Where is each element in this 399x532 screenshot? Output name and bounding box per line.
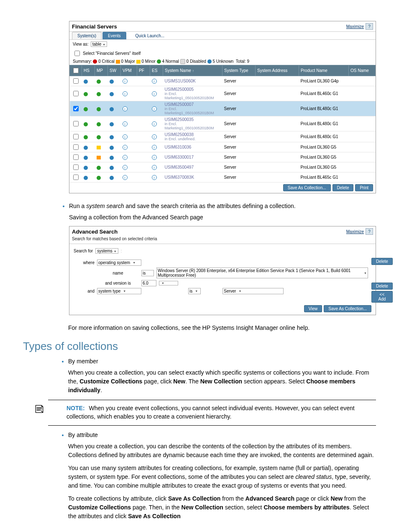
row-checkbox[interactable] bbox=[73, 91, 79, 96]
os-name bbox=[349, 142, 376, 152]
adv-save-button[interactable]: Save As Collection... bbox=[324, 305, 371, 312]
table-row[interactable]: iiUSIM62500005in Encl. Marketing1_050100… bbox=[70, 86, 376, 101]
row-checkbox[interactable] bbox=[73, 164, 79, 170]
by-attr-label: By attribute bbox=[68, 432, 98, 438]
system-name[interactable]: USIM6370083K bbox=[165, 175, 194, 180]
col-mp[interactable]: MP bbox=[95, 65, 108, 76]
table-row[interactable]: iiUSIM63500497ServerProLiant DL360 G5 bbox=[70, 162, 376, 172]
system-name[interactable]: USIM63300017 bbox=[165, 155, 194, 159]
product-name: ProLiant DL360 G5 bbox=[299, 162, 349, 172]
delete-button[interactable]: Delete bbox=[332, 184, 354, 191]
adv-delete-button[interactable]: Delete bbox=[371, 258, 393, 265]
normal-icon bbox=[84, 107, 88, 111]
normal-icon bbox=[84, 92, 88, 96]
system-name[interactable]: USIM62500038 bbox=[165, 132, 194, 137]
help-button[interactable]: ? bbox=[366, 23, 373, 30]
product-name: ProLiant BL480c G1 bbox=[299, 131, 349, 142]
col-es[interactable]: ES bbox=[150, 65, 163, 76]
row-checkbox[interactable] bbox=[73, 154, 79, 160]
search-for-select[interactable]: systems bbox=[95, 248, 118, 254]
t: from the bbox=[220, 495, 245, 502]
row-checkbox[interactable] bbox=[73, 78, 79, 84]
col-system-address[interactable]: System Address bbox=[256, 65, 299, 76]
total-count: Total: 9 bbox=[236, 59, 249, 64]
adv-view-button[interactable]: View bbox=[304, 305, 322, 312]
table-row[interactable]: iiUSIM62500035in Encl. Marketing1_050100… bbox=[70, 116, 376, 131]
system-type: Server bbox=[223, 76, 256, 86]
critical-count: 0 Critical bbox=[98, 59, 115, 64]
value-select-os[interactable]: Windows Server (R) 2008 Enterprise, x64 … bbox=[156, 267, 368, 278]
op-select-is[interactable]: is bbox=[141, 270, 154, 276]
col-vpm[interactable]: VPM bbox=[121, 65, 137, 76]
row-checkbox[interactable] bbox=[73, 144, 79, 150]
value-select-server[interactable]: Server bbox=[223, 288, 284, 294]
unknown-icon bbox=[110, 176, 114, 180]
name-label: name bbox=[97, 271, 139, 275]
minor-icon bbox=[136, 60, 141, 64]
row-checkbox[interactable] bbox=[73, 121, 79, 126]
t: Customize Collections bbox=[68, 504, 131, 511]
view-as-select[interactable]: table bbox=[91, 41, 107, 47]
t: page or click bbox=[294, 495, 330, 502]
note-body: When you create event collections, you c… bbox=[66, 405, 355, 420]
version-input[interactable] bbox=[141, 280, 156, 286]
col-hs[interactable]: HS bbox=[82, 65, 95, 76]
col-os-name[interactable]: OS Name bbox=[349, 65, 376, 76]
t: section appears. Select bbox=[242, 378, 306, 385]
t: Save As Collection bbox=[168, 495, 221, 502]
info-icon: i bbox=[123, 175, 128, 180]
normal-icon bbox=[157, 59, 161, 64]
version-op-select[interactable] bbox=[159, 281, 178, 285]
table-row[interactable]: iiUSIM6310036ServerProLiant DL360 G5 bbox=[70, 142, 376, 152]
major-icon bbox=[97, 156, 101, 159]
table-row[interactable]: iiUSIM6370083KServerProLiant BL465c G1 bbox=[70, 172, 376, 182]
unknown-icon bbox=[110, 107, 114, 111]
quick-launch-link[interactable]: Quick Launch... bbox=[127, 33, 164, 38]
select-itself-checkbox[interactable] bbox=[74, 51, 80, 56]
system-name[interactable]: USIM62500005 bbox=[165, 87, 194, 92]
tab-events[interactable]: Events bbox=[102, 32, 126, 39]
table-row[interactable]: iiUSIM62500038in Encl. undefined.ServerP… bbox=[70, 131, 376, 142]
table-row[interactable]: iiUSIM62500007in Encl. Marketing1_050100… bbox=[70, 101, 376, 116]
info-icon: i bbox=[123, 91, 128, 96]
row-checkbox[interactable] bbox=[73, 134, 79, 139]
adv-add-button[interactable]: << Add bbox=[371, 291, 393, 303]
adv-maximize-link[interactable]: Maximize bbox=[346, 229, 364, 234]
info-icon: i bbox=[123, 155, 128, 160]
col-system-name[interactable]: System Name↑ bbox=[163, 65, 223, 76]
save-as-collection-button[interactable]: Save As Collection... bbox=[283, 184, 331, 191]
table-row[interactable]: iiUSIMS1US060KServerProLiant DL360 G4p bbox=[70, 76, 376, 86]
op-select-is-2[interactable]: is bbox=[188, 288, 201, 294]
system-name[interactable]: USIMS1US060K bbox=[165, 79, 196, 83]
field-select-os[interactable]: operating system bbox=[97, 260, 141, 266]
t: Customize Collections bbox=[79, 378, 142, 385]
maximize-link[interactable]: Maximize bbox=[346, 24, 364, 29]
col-pf[interactable]: PF bbox=[137, 65, 150, 76]
col-sw[interactable]: SW bbox=[108, 65, 121, 76]
system-name[interactable]: USIM62500007 bbox=[165, 102, 194, 107]
select-all-checkbox[interactable] bbox=[73, 68, 79, 73]
text: Run a bbox=[69, 203, 86, 209]
field-select-systype[interactable]: system type bbox=[97, 288, 141, 294]
unknown-icon bbox=[110, 122, 114, 126]
col-product-name[interactable]: Product Name bbox=[299, 65, 349, 76]
row-checkbox[interactable] bbox=[73, 175, 79, 180]
adv-title: Advanced Search bbox=[72, 229, 118, 235]
system-name[interactable]: USIM62500035 bbox=[165, 117, 194, 122]
unknown-icon bbox=[84, 146, 88, 150]
table-row[interactable]: iiUSIM63300017ServerProLiant DL360 G5 bbox=[70, 152, 376, 162]
system-name[interactable]: USIM63500497 bbox=[165, 165, 194, 170]
system-address bbox=[256, 86, 299, 101]
info-icon: i bbox=[152, 165, 157, 170]
tab-systems[interactable]: System(s) bbox=[72, 32, 102, 39]
print-button[interactable]: Print bbox=[355, 184, 373, 191]
row-checkbox[interactable] bbox=[73, 106, 79, 111]
system-address bbox=[256, 142, 299, 152]
system-address bbox=[256, 101, 299, 116]
minor-icon bbox=[97, 146, 101, 149]
col-system-type[interactable]: System Type bbox=[223, 65, 256, 76]
system-name[interactable]: USIM6310036 bbox=[165, 145, 192, 149]
adv-delete2-button[interactable]: Delete bbox=[371, 283, 393, 290]
adv-help-button[interactable]: ? bbox=[366, 228, 373, 235]
t: . The bbox=[185, 378, 200, 385]
